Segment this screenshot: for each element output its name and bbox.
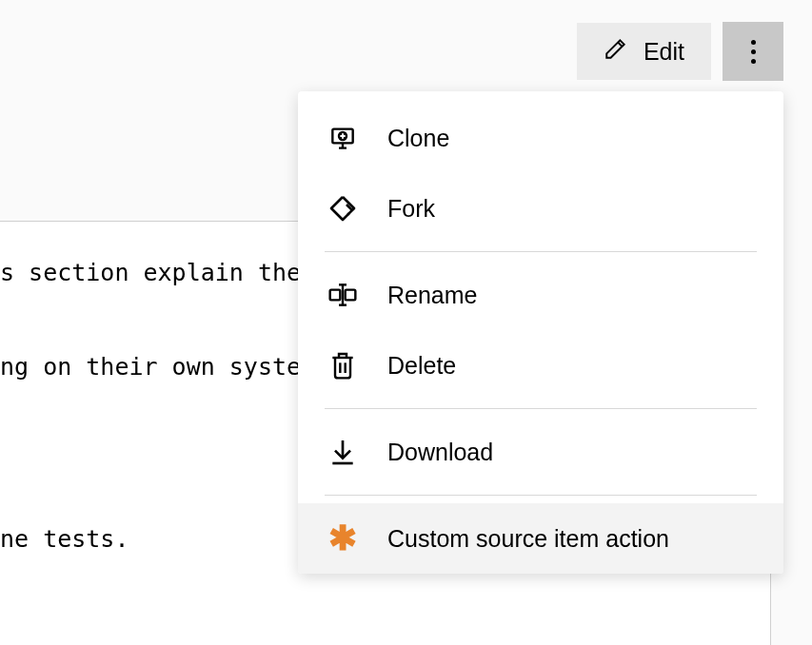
download-icon — [327, 436, 359, 468]
menu-label: Clone — [387, 125, 449, 152]
menu-divider — [325, 251, 757, 252]
menu-divider — [325, 408, 757, 409]
trash-icon — [327, 349, 359, 381]
menu-item-rename[interactable]: Rename — [298, 260, 783, 330]
dropdown-menu: Clone Fork Rename — [298, 91, 783, 574]
menu-item-delete[interactable]: Delete — [298, 330, 783, 401]
menu-item-fork[interactable]: Fork — [298, 173, 783, 244]
menu-item-clone[interactable]: Clone — [298, 103, 783, 173]
more-button[interactable] — [723, 22, 783, 81]
edit-label: Edit — [644, 38, 684, 66]
edit-button[interactable]: Edit — [577, 23, 711, 80]
more-vertical-icon — [751, 40, 756, 64]
menu-item-download[interactable]: Download — [298, 417, 783, 487]
menu-divider — [325, 495, 757, 496]
rename-icon — [327, 279, 359, 311]
fork-icon — [327, 192, 359, 225]
menu-label: Delete — [387, 352, 456, 380]
asterisk-icon: ✱ — [327, 522, 359, 555]
menu-item-custom-action[interactable]: ✱ Custom source item action — [298, 503, 783, 574]
menu-label: Custom source item action — [387, 525, 669, 553]
svg-rect-5 — [330, 290, 341, 301]
clone-icon — [327, 122, 359, 154]
menu-label: Rename — [387, 282, 478, 309]
menu-label: Download — [387, 439, 493, 466]
pencil-icon — [604, 36, 628, 67]
svg-rect-6 — [346, 290, 356, 301]
toolbar: Edit — [577, 22, 783, 81]
menu-label: Fork — [387, 195, 435, 223]
